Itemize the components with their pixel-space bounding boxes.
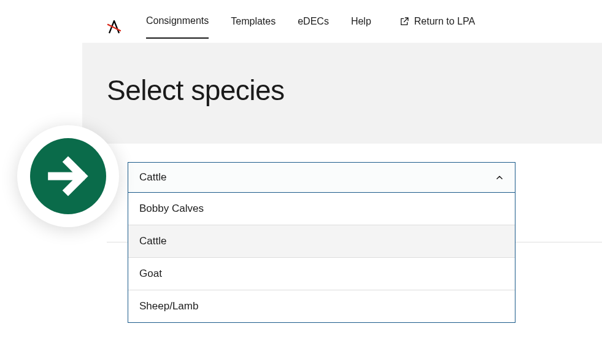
nav-help[interactable]: Help	[351, 16, 371, 38]
nav-edecs[interactable]: eDECs	[298, 16, 329, 38]
title-band: Select species	[82, 43, 602, 144]
arrow-right-icon	[47, 155, 90, 198]
callout-pointer	[17, 125, 119, 227]
nav-templates[interactable]: Templates	[231, 16, 276, 38]
species-select: Cattle Bobby Calves Cattle Goat Sheep/La…	[128, 162, 515, 323]
brand-logo	[107, 20, 122, 34]
page-title: Select species	[107, 74, 577, 107]
species-select-toggle[interactable]: Cattle	[128, 162, 515, 193]
nav-return-to-lpa[interactable]: Return to LPA	[399, 16, 475, 38]
species-selected-value: Cattle	[139, 171, 166, 184]
species-dropdown: Bobby Calves Cattle Goat Sheep/Lamb	[128, 193, 515, 323]
page-wrapper: Consignments Templates eDECs Help Return…	[82, 0, 602, 364]
species-option[interactable]: Sheep/Lamb	[128, 290, 515, 322]
external-link-icon	[399, 17, 409, 26]
top-nav: Consignments Templates eDECs Help Return…	[82, 0, 602, 43]
logo-icon	[107, 20, 122, 34]
species-option[interactable]: Bobby Calves	[128, 193, 515, 225]
callout-pointer-circle	[30, 138, 106, 214]
chevron-up-icon	[495, 173, 504, 182]
nav-consignments[interactable]: Consignments	[146, 15, 209, 39]
form-area: Cattle Bobby Calves Cattle Goat Sheep/La…	[82, 144, 602, 341]
species-option[interactable]: Cattle	[128, 225, 515, 258]
nav-items: Consignments Templates eDECs Help Return…	[146, 15, 475, 39]
nav-return-label: Return to LPA	[414, 16, 475, 27]
species-option[interactable]: Goat	[128, 258, 515, 290]
